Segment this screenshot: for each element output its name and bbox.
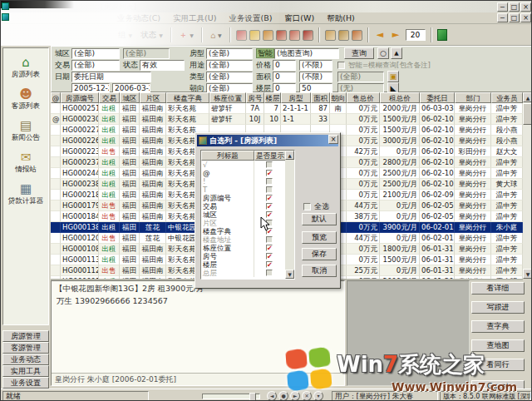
price-min-input[interactable]: 0 (273, 60, 296, 71)
status-input[interactable]: 有效 (140, 60, 185, 71)
checkbox-icon[interactable] (266, 270, 273, 276)
search-button[interactable]: 查询 (344, 47, 374, 59)
roomtype-input[interactable]: (全部) (206, 48, 253, 59)
checkbox-icon[interactable]: ✔ (266, 228, 273, 235)
checkbox-icon[interactable]: ✔ (266, 245, 273, 251)
save-button[interactable]: 保存 (302, 248, 337, 260)
select-all-checkbox[interactable]: 全选 (303, 201, 329, 212)
checkbox-icon[interactable]: ✔ (266, 211, 273, 218)
add-button[interactable]: ＋ ▼ (177, 29, 196, 42)
district2-input[interactable]: (全部) (123, 48, 170, 59)
maximize-button[interactable]: □ (509, 2, 520, 12)
column-option-row[interactable]: 房源编号✔ (201, 194, 294, 202)
sidebar-item-4[interactable]: ▦贷款计算器 (3, 181, 48, 205)
sidebar-button-1[interactable]: 客源管理 (2, 342, 49, 354)
record-nav-4[interactable]: ▾ (313, 391, 323, 401)
extra-filter-input[interactable]: (全部) (337, 72, 384, 82)
status-combo[interactable]: 状态 ▼ (138, 29, 165, 42)
table-row[interactable]: @HG000230出租福田福田南彩天名苑碧箩轩10J101-1330万元1500… (51, 114, 523, 125)
column-header-12[interactable]: 售总价 (347, 92, 380, 103)
column-option-row[interactable]: 楼盘地址 (201, 235, 294, 244)
column-option-row[interactable]: 总层 (201, 269, 294, 277)
sort-up-icon[interactable]: ▲ (391, 47, 402, 59)
record-nav-1[interactable]: ● (278, 391, 288, 401)
checkbox-icon[interactable] (266, 220, 273, 226)
sidebar-button-3[interactable]: 实用工具 (2, 365, 49, 377)
scroll-up-icon[interactable]: ▲ (523, 92, 532, 102)
record-nav-3[interactable]: ✕ (302, 391, 312, 401)
column-header-8[interactable]: 楼层 (264, 92, 281, 103)
sidebar-button-4[interactable]: 业务设置 (2, 377, 49, 389)
trade-input[interactable]: (全部) (71, 60, 120, 71)
forward-icon[interactable]: ► (390, 29, 402, 42)
dictionary-button[interactable]: 查字典 (471, 320, 525, 333)
column-header-11[interactable]: 朝向 (330, 92, 347, 103)
column-option-row[interactable]: 片区 (201, 219, 294, 227)
mdi-minimize-button[interactable]: ─ (497, 13, 508, 22)
column-option-row[interactable]: 楼盘字典✔ (201, 227, 294, 235)
preview-button[interactable]: 预览 (302, 231, 337, 244)
print-icon[interactable] (338, 30, 349, 41)
table-row[interactable]: HG000251出租福田福田南彩天名苑碧箩轩7A72-1-1-187南0万元20… (51, 103, 523, 114)
column-option-row[interactable]: ! (201, 177, 294, 186)
checkbox-icon[interactable] (266, 161, 273, 168)
column-option-row[interactable]: 楼层✔ (201, 260, 294, 269)
type-input[interactable]: (全部) (206, 72, 253, 82)
column-header-4[interactable]: 片区 (140, 92, 166, 103)
map-button[interactable]: 查地图 (471, 339, 525, 352)
mdi-close-button[interactable]: × (520, 13, 531, 22)
column-header-9[interactable]: 房型 (281, 92, 311, 103)
sidebar-item-3[interactable]: ✉情报站 (3, 150, 48, 174)
save-icon[interactable]: ▣ (387, 71, 399, 82)
detail-button[interactable]: 看详细 (471, 282, 525, 295)
sidebar-item-2[interactable]: ▤新闻公告 (3, 118, 48, 142)
sidebar-item-1[interactable]: ☻客源列表 (3, 87, 48, 111)
checkbox-icon[interactable] (266, 186, 273, 193)
column-header-6[interactable]: 栋座位置 (209, 92, 246, 103)
checkbox-icon[interactable]: ✔ (266, 261, 273, 268)
smart-input[interactable]: (地图查询) (274, 48, 339, 59)
mdi-restore-button[interactable]: □ (509, 13, 520, 22)
note-icon[interactable] (249, 30, 260, 41)
column-header-7[interactable]: 房号 (246, 92, 264, 103)
column-option-row[interactable]: 城区✔ (201, 210, 294, 219)
checkbox-icon[interactable]: ✔ (266, 170, 273, 176)
checkbox-icon[interactable] (266, 178, 273, 185)
scroll-up-icon[interactable]: ▲ (285, 151, 294, 160)
district-input[interactable]: (全部) (71, 48, 120, 59)
slider-thumb[interactable] (249, 393, 256, 401)
column-option-row[interactable]: 栋座位置✔ (201, 244, 294, 252)
peers-button[interactable]: 看同行 (471, 359, 525, 371)
dialog-scrollbar[interactable]: ▲ ▼ (285, 151, 294, 279)
menu-item-1[interactable]: 实用工具(U) (173, 13, 216, 24)
followup-button[interactable]: 写跟进 (471, 301, 525, 314)
dialog-close-button[interactable]: × (328, 135, 338, 144)
grid-icon[interactable] (276, 30, 287, 41)
area-min-input[interactable]: 0 (273, 72, 296, 82)
record-nav-0[interactable]: ◄ (267, 391, 277, 401)
column-header-13[interactable]: 租总价 (380, 92, 420, 103)
menu-item-2[interactable]: 业务设置(B) (229, 13, 272, 24)
record-nav-2[interactable]: ► (290, 391, 300, 401)
doc-icon[interactable] (325, 30, 336, 41)
column-header-0[interactable]: @ (51, 92, 61, 103)
checkbox-icon[interactable]: ✔ (266, 195, 273, 201)
area-max-input[interactable]: (不限) (299, 72, 332, 82)
scroll-down-icon[interactable]: ▼ (523, 269, 532, 279)
folder-icon[interactable] (352, 30, 362, 41)
column-option-row[interactable]: @✔ (201, 169, 294, 177)
group-combo[interactable]: 组 ▼ (116, 29, 135, 42)
sidebar-button-2[interactable]: 业务动态 (2, 354, 49, 365)
column-header-3[interactable]: 城区 (120, 92, 140, 103)
exit-icon[interactable] (437, 29, 447, 41)
default-button[interactable]: 默认 (302, 213, 337, 225)
card-icon[interactable] (263, 30, 273, 41)
checkbox-icon[interactable] (266, 236, 273, 243)
menu-item-0[interactable]: 业务动态(C) (117, 13, 160, 24)
back-icon[interactable]: ◄ (374, 29, 387, 42)
close-button[interactable]: × (520, 2, 531, 12)
minimize-button[interactable]: ─ (497, 2, 508, 12)
checkbox-icon[interactable]: ✔ (266, 253, 273, 260)
dialog-title-bar[interactable]: 自选列 - [房源列表] (197, 135, 338, 146)
record-slider[interactable] (202, 394, 260, 399)
